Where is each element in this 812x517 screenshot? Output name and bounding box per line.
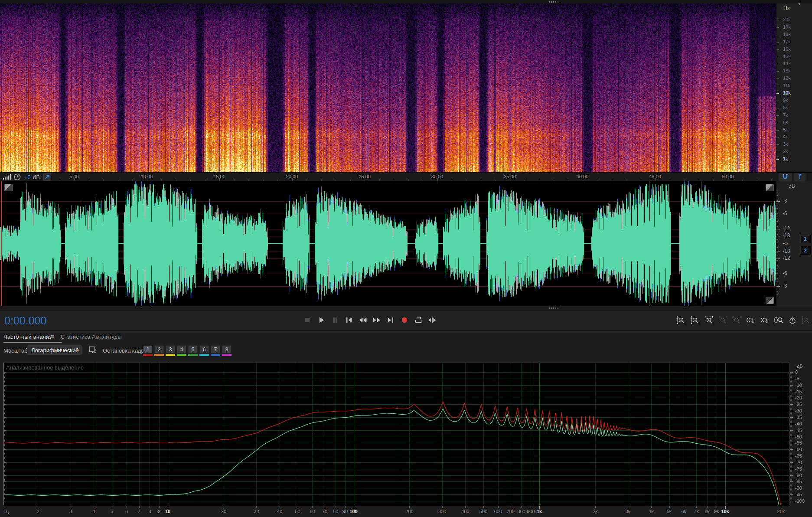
hz-tick [776,86,779,86]
timeline-minor-tick [554,180,554,181]
selection-grip-top-left[interactable] [4,184,13,191]
hold-frame-button-8[interactable]: 8 [222,345,232,356]
plot-frequency-tick [336,506,336,508]
channel-button-2[interactable]: 2 [800,246,811,255]
hold-frame-button-6[interactable]: 6 [199,345,209,356]
play-button[interactable] [315,315,327,325]
frequency-ruler[interactable]: Hz ▾ 20k19k18k17k16k15k14k13k12k11k10k9k… [776,3,812,172]
plot-frequency-label: 4 [84,509,103,514]
amplitude-ruler[interactable]: dB -3-6-12-18-∞-18-12-6-312 [776,181,812,306]
hold-label: Остановка кадра: [103,347,149,354]
active-tab-underline [3,342,62,343]
marker-pin-button[interactable] [794,173,805,181]
skip-to-start-button[interactable] [343,315,355,325]
chevron-down-icon [74,349,78,352]
copy-graph-icon[interactable] [88,346,97,356]
hz-tick-label: 14k [783,61,791,66]
hold-frame-button-4[interactable]: 4 [177,345,186,356]
timeline-minor-tick [60,180,60,181]
skip-to-end-button[interactable] [385,315,396,325]
record-button[interactable] [398,315,410,325]
plot-frequency-tick [539,506,540,509]
panel-drag-handle-mid[interactable] [549,308,560,309]
hold-frame-button-5[interactable]: 5 [188,345,198,356]
hz-tick-label: 17k [783,39,791,44]
hold-frame-button-1[interactable]: 1 [143,345,153,356]
zoom-selection-button[interactable] [773,315,784,325]
hz-tick [776,115,779,116]
pause-button[interactable] [329,315,341,325]
scale-dropdown[interactable]: Логарифмический [27,345,82,355]
hold-frame-button-3[interactable]: 3 [166,345,175,356]
tab-frequency-analysis[interactable]: Частотный анализ [3,334,52,340]
hz-tick [776,130,779,131]
db-tick [776,274,780,274]
db-tick-label: -12 [783,255,790,261]
hz-tick-label: 19k [783,24,791,29]
snap-magnet-button[interactable] [779,173,792,181]
hz-tick [776,57,779,57]
timer-button[interactable] [786,315,798,325]
plot-frequency-tick [159,506,160,508]
zoom-out-horizontal-button[interactable] [717,315,729,325]
hz-tick-label: 8k [783,105,788,110]
panel-menu-icon[interactable]: ≡ [50,333,54,340]
plot-frequency-tick [498,506,499,508]
plot-db-label: -20 [795,395,802,400]
plot-frequency-unit: Гц [3,509,9,514]
stop-button[interactable] [301,315,313,325]
plot-db-label: -55 [795,440,802,445]
timeline-label: 15:00 [209,174,230,179]
zoom-in-vertical-button[interactable] [675,315,687,325]
plot-frequency-tick [312,506,313,508]
timeline-label: 40:00 [572,174,594,179]
loop-playback-button[interactable] [412,315,424,325]
selection-grip-top-right[interactable] [766,184,774,191]
plot-frequency-tick [256,506,257,508]
spectrogram-canvas[interactable] [0,3,776,172]
timeline-minor-tick [248,180,249,181]
timeline-ruler[interactable]: +0 dB 5:0010:0015:0020:0025:0030:0035:00… [0,172,776,181]
panel-divider[interactable] [0,306,812,311]
selection-grip-bottom-right[interactable] [766,297,774,304]
hz-tick-label: 5k [783,127,788,132]
channel-button-1[interactable]: 1 [800,235,811,243]
top-panel-edge [0,0,812,3]
hold-frame-button-7[interactable]: 7 [211,345,220,356]
plot-frequency-tick [781,506,781,508]
plot-frequency-tick [717,506,717,508]
ruler-collapse-icon[interactable]: ▾ [798,1,801,7]
gain-value[interactable]: +0 [24,174,31,180]
plot-frequency-tick [112,506,112,508]
rewind-button[interactable] [357,315,368,325]
pin-playhead-button[interactable] [43,173,51,181]
plot-frequency-label: 400 [456,509,475,514]
timeline-label: 5:00 [63,174,85,179]
zoom-reset-button[interactable] [731,315,743,325]
playhead[interactable] [1,181,2,306]
zoom-vertical-selection-button[interactable] [800,315,812,325]
transport-buttons [301,315,438,325]
frequency-plot-canvas[interactable] [3,363,790,506]
timeline-minor-tick [103,180,104,181]
skip-selection-button[interactable] [426,315,438,325]
zoom-in-horizontal-button[interactable] [703,315,715,325]
fast-forward-button[interactable] [371,315,382,325]
plot-frequency-label: 10 [158,509,177,514]
hold-frame-button-2[interactable]: 2 [154,345,164,356]
zoom-out-point-button[interactable] [759,315,770,325]
zoom-in-point-button[interactable] [745,315,757,325]
db-tick-label: -∞ [783,240,788,246]
db-tick-label: -3 [783,283,787,289]
timeline-minor-tick [205,180,205,181]
waveform-canvas[interactable] [0,181,776,306]
timeline-minor-tick [350,180,351,181]
zoom-out-vertical-button[interactable] [689,315,701,325]
hz-tick [776,144,779,145]
tab-amplitude-statistics[interactable]: Статистика Амплитуды [61,334,121,340]
plot-frequency-label: 2 [28,509,47,514]
timeline-minor-tick [612,180,612,181]
panel-drag-handle-top[interactable] [549,1,560,3]
timeline-minor-tick [771,180,772,181]
time-display[interactable]: 0:00.000 [4,314,46,327]
